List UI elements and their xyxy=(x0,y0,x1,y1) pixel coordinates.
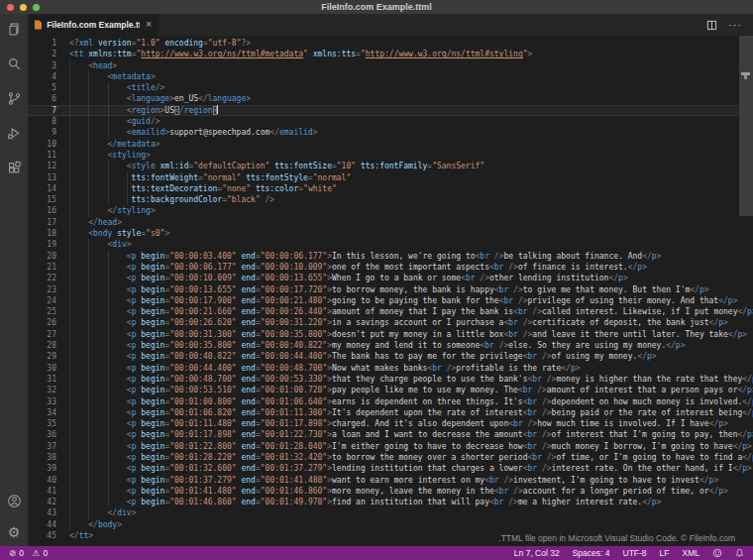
line-number: 27 xyxy=(28,329,69,340)
code-line-10[interactable]: 10</metadata> xyxy=(28,139,739,150)
scrollbar-thumb[interactable] xyxy=(739,36,753,216)
code-text: tts:backgroundColor="black" /> xyxy=(69,194,739,205)
code-line-15[interactable]: 15tts:backgroundColor="black" /> xyxy=(28,194,739,205)
code-line-41[interactable]: 41<p begin="00:01:41.480" end="00:01:46.… xyxy=(28,486,739,497)
code-line-20[interactable]: 20<p begin="00:00:03.400" end="00:00:06.… xyxy=(28,251,739,262)
indent-guides xyxy=(69,441,127,452)
code-line-30[interactable]: 30<p begin="00:00:44.400" end="00:00:48.… xyxy=(28,363,739,374)
code-line-37[interactable]: 37<p begin="00:01:22.800" end="00:01:28.… xyxy=(28,441,739,452)
line-number: 11 xyxy=(28,150,69,161)
editor-scrollbar[interactable] xyxy=(739,36,753,546)
notifications-bell-icon[interactable] xyxy=(735,548,744,558)
feedback-smiley-icon[interactable] xyxy=(712,548,722,558)
encoding-status[interactable]: UTF-8 xyxy=(623,548,647,558)
code-line-42[interactable]: 42<p begin="00:01:46.860" end="00:01:49.… xyxy=(28,497,739,507)
indent-guides xyxy=(69,217,88,228)
code-line-43[interactable]: 43</div> xyxy=(28,507,739,518)
code-line-2[interactable]: 2<tt xmlns:ttm="http://www.w3.org/ns/ttm… xyxy=(28,49,739,59)
zoom-window-button[interactable] xyxy=(33,4,40,11)
error-circle-icon: ⊘ xyxy=(9,549,16,558)
line-number: 18 xyxy=(28,228,69,239)
indent-guides xyxy=(69,475,127,486)
code-line-29[interactable]: 29<p begin="00:00:40.822" end="00:00:44.… xyxy=(28,351,739,362)
code-text: <p begin="00:00:03.400" end="00:00:06.17… xyxy=(69,251,739,262)
code-line-27[interactable]: 27<p begin="00:00:31.300" end="00:00:35.… xyxy=(28,329,739,340)
code-line-1[interactable]: 1<?xml version="1.0" encoding="utf-8"?> xyxy=(28,38,739,49)
search-icon[interactable] xyxy=(0,50,28,77)
code-line-17[interactable]: 17</head> xyxy=(28,217,739,228)
code-line-21[interactable]: 21<p begin="00:00:06.177" end="00:00:10.… xyxy=(28,262,739,273)
line-number: 42 xyxy=(28,497,69,507)
code-line-5[interactable]: 5<title/> xyxy=(28,82,739,93)
code-line-35[interactable]: 35<p begin="00:01:11.480" end="00:01:17.… xyxy=(28,418,739,429)
cursor-position-status[interactable]: Ln 7, Col 32 xyxy=(514,548,560,558)
indent-guides xyxy=(69,139,108,150)
code-line-34[interactable]: 34<p begin="00:01:06.820" end="00:01:11.… xyxy=(28,407,739,418)
language-mode-status[interactable]: XML xyxy=(683,548,699,558)
code-line-25[interactable]: 25<p begin="00:00:21.660" end="00:00:26.… xyxy=(28,306,739,317)
tab-fileinfo-example[interactable]: FileInfo.com Example.ttml × xyxy=(28,14,159,36)
code-text: <p begin="00:01:22.800" end="00:01:28.04… xyxy=(69,441,739,452)
code-line-16[interactable]: 16</styling> xyxy=(28,205,739,216)
code-text: <p begin="00:00:13.655" end="00:00:17.72… xyxy=(69,284,739,295)
indent-guides xyxy=(69,452,127,463)
indent-guides xyxy=(69,60,88,71)
explorer-icon[interactable] xyxy=(0,15,28,43)
code-line-7[interactable]: 7<region>US</region> xyxy=(28,105,739,116)
indent-guides xyxy=(69,172,132,183)
code-line-44[interactable]: 44</body> xyxy=(28,519,739,530)
code-line-32[interactable]: 32<p begin="00:00:53.510" end="00:01:00.… xyxy=(28,385,739,395)
code-line-9[interactable]: 9<emailid>support@speechpad.com</emailid… xyxy=(28,127,739,138)
indent-guides xyxy=(69,519,88,530)
watermark-text: .TTML file open in Microsoft Visual Stud… xyxy=(498,533,735,543)
code-line-18[interactable]: 18<body style="s0"> xyxy=(28,228,739,239)
code-line-14[interactable]: 14tts:textDecoration="none" tts:color="w… xyxy=(28,183,739,194)
close-window-button[interactable] xyxy=(7,4,14,11)
code-line-3[interactable]: 3<head> xyxy=(28,60,739,71)
account-icon[interactable] xyxy=(0,487,28,514)
code-line-19[interactable]: 19<div> xyxy=(28,239,739,250)
extensions-icon[interactable] xyxy=(0,154,28,181)
tab-close-icon[interactable]: × xyxy=(146,20,152,30)
text-cursor xyxy=(217,105,218,114)
code-line-26[interactable]: 26<p begin="00:00:26.620" end="00:00:31.… xyxy=(28,317,739,328)
settings-gear-icon[interactable]: ⚙ xyxy=(0,518,28,546)
code-line-31[interactable]: 31<p begin="00:00:48.700" end="00:00:53.… xyxy=(28,374,739,385)
code-line-13[interactable]: 13tts:fontWeight="normal" tts:fontStyle=… xyxy=(28,172,739,183)
line-number: 22 xyxy=(28,273,69,283)
code-line-39[interactable]: 39<p begin="00:01:32.600" end="00:01:37.… xyxy=(28,463,739,474)
code-line-33[interactable]: 33<p begin="00:01:00.800" end="00:01:06.… xyxy=(28,396,739,407)
source-control-icon[interactable] xyxy=(0,84,28,112)
code-line-23[interactable]: 23<p begin="00:00:13.655" end="00:00:17.… xyxy=(28,284,739,295)
indent-guides xyxy=(69,429,127,440)
line-number: 37 xyxy=(28,441,69,452)
code-text: </head> xyxy=(69,217,739,228)
code-line-36[interactable]: 36<p begin="00:01:17.898" end="00:01:22.… xyxy=(28,429,739,440)
editor-pane[interactable]: 1<?xml version="1.0" encoding="utf-8"?>2… xyxy=(28,36,753,546)
indent-guides xyxy=(69,351,127,362)
more-actions-icon[interactable]: ··· xyxy=(728,19,742,31)
code-line-4[interactable]: 4<metadata> xyxy=(28,71,739,82)
code-line-24[interactable]: 24<p begin="00:00:17.900" end="00:00:21.… xyxy=(28,295,739,306)
warnings-indicator[interactable]: ⚠ 0 xyxy=(33,548,48,558)
window-controls[interactable] xyxy=(7,4,40,11)
code-line-12[interactable]: 12<style xml:id="defaultCaption" tts:fon… xyxy=(28,161,739,171)
indent-guides xyxy=(69,385,127,395)
code-line-6[interactable]: 6<language>en_US</language> xyxy=(28,93,739,104)
code-line-11[interactable]: 11<styling> xyxy=(28,150,739,161)
run-debug-icon[interactable] xyxy=(0,119,28,147)
line-number: 44 xyxy=(28,519,69,530)
indentation-status[interactable]: Spaces: 4 xyxy=(573,548,610,558)
code-line-8[interactable]: 8<guid/> xyxy=(28,116,739,127)
code-line-38[interactable]: 38<p begin="00:01:28.220" end="00:01:32.… xyxy=(28,452,739,463)
indent-guides xyxy=(69,262,127,273)
code-line-22[interactable]: 22<p begin="00:00:10.009" end="00:00:13.… xyxy=(28,273,739,283)
eol-status[interactable]: LF xyxy=(660,548,670,558)
code-line-28[interactable]: 28<p begin="00:00:35.800" end="00:00:40.… xyxy=(28,340,739,351)
errors-indicator[interactable]: ⊘ 0 xyxy=(9,548,24,558)
split-editor-icon[interactable] xyxy=(706,20,717,31)
line-number: 10 xyxy=(28,139,69,150)
code-line-40[interactable]: 40<p begin="00:01:37.279" end="00:01:41.… xyxy=(28,475,739,486)
minimize-window-button[interactable] xyxy=(20,4,27,11)
line-number: 16 xyxy=(28,205,69,216)
